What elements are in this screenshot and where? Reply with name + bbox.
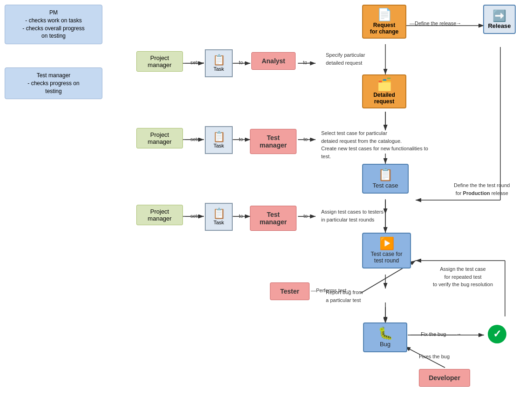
tcr-label: Test case fortest round bbox=[367, 251, 406, 264]
tm-sidebar-box: Test manager - checks progress on testin… bbox=[5, 67, 102, 99]
analyst-label: Analyst bbox=[262, 57, 285, 65]
analyst-box: Analyst bbox=[251, 52, 296, 70]
tm-row3-label: Testmanager bbox=[260, 211, 287, 226]
task-row3: 📋 Task bbox=[205, 203, 233, 231]
pm-row1-label: Projectmanager bbox=[148, 54, 171, 68]
specify-desc: Specify particulardetailed request bbox=[326, 51, 365, 67]
report-bug-desc: Report bug froma particular test bbox=[326, 289, 363, 304]
sets-arrow-row3: —sets→ bbox=[185, 213, 205, 219]
fix-bug-label: ——Fix the bug——→ bbox=[411, 331, 461, 337]
to-arrow-analyst: —to→ bbox=[298, 60, 312, 65]
sets-arrow-row1: —sets→ bbox=[185, 60, 205, 65]
task-label-row3: Task bbox=[214, 220, 224, 225]
to-arrow-row3a: —to→ bbox=[234, 213, 248, 219]
dr-label: Detailedrequest bbox=[366, 92, 403, 105]
select-testcase-desc: Select test case for particulardetaied r… bbox=[321, 129, 433, 160]
pm-sidebar-box: PM - checks work on tasks - checks overa… bbox=[5, 5, 102, 44]
task-label-row2: Task bbox=[214, 143, 224, 148]
developer-label: Developer bbox=[429, 374, 460, 382]
task-icon-row3: 📋 bbox=[213, 208, 225, 219]
tc-icon: 📋 bbox=[367, 168, 404, 181]
define-test-round-desc: Define the the test roundfor Production … bbox=[454, 181, 510, 197]
tm-sidebar-text: Test manager - checks progress on testin… bbox=[27, 72, 79, 94]
bug-icon: 🐛 bbox=[368, 327, 403, 339]
task-label-row1: Task bbox=[214, 66, 224, 72]
task-row2: 📋 Task bbox=[205, 126, 233, 154]
checkmark: ✓ bbox=[488, 325, 506, 343]
project-manager-row3: Projectmanager bbox=[136, 205, 183, 225]
release-label: Release bbox=[488, 22, 511, 29]
to-arrow-row2b: —to→ bbox=[298, 136, 313, 142]
rfc-icon: 📄 bbox=[366, 8, 403, 20]
test-manager-row2: Testmanager bbox=[250, 129, 296, 154]
tm-row2-label: Testmanager bbox=[260, 134, 287, 149]
assign-repeated-desc: Assign the test casefor repeated testto … bbox=[433, 265, 493, 289]
test-case-box: 📋 Test case bbox=[362, 164, 409, 194]
pm-row2-label: Projectmanager bbox=[148, 131, 171, 145]
tester-box: Tester bbox=[270, 282, 310, 300]
pm-sidebar-text: PM - checks work on tasks - checks overa… bbox=[22, 9, 84, 39]
to-arrow-row2a: —to→ bbox=[234, 136, 248, 142]
test-manager-row3: Testmanager bbox=[250, 206, 296, 231]
to-arrow-row1: —to→ bbox=[234, 60, 248, 65]
task-row1: 📋 Task bbox=[205, 49, 233, 77]
detailed-request-box: 🗂️ Detailedrequest bbox=[362, 74, 406, 108]
to-arrow-row3b: —to→ bbox=[298, 213, 313, 219]
sets-arrow-row2: —sets→ bbox=[185, 136, 205, 142]
tc-label: Test case bbox=[367, 182, 404, 189]
release-icon: ➡️ bbox=[488, 9, 511, 22]
test-case-round-box: ▶️ Test case fortest round bbox=[362, 233, 411, 268]
fixes-bug-desc: Fixes the bug bbox=[419, 353, 450, 361]
rfc-label: Requestfor change bbox=[366, 22, 403, 35]
pm-row3-label: Projectmanager bbox=[148, 208, 171, 222]
task-icon-row1: 📋 bbox=[213, 55, 225, 65]
tester-label: Tester bbox=[280, 288, 299, 295]
dr-icon: 🗂️ bbox=[366, 78, 403, 90]
bug-box: 🐛 Bug bbox=[363, 322, 407, 352]
task-icon-row2: 📋 bbox=[213, 132, 225, 142]
developer-box: Developer bbox=[419, 369, 470, 387]
check-icon: ✓ bbox=[493, 328, 501, 340]
request-for-change-box: 📄 Requestfor change bbox=[362, 5, 406, 39]
project-manager-row1: Projectmanager bbox=[136, 51, 183, 72]
bug-label: Bug bbox=[368, 341, 403, 348]
tcr-icon: ▶️ bbox=[367, 237, 406, 249]
release-box: ➡️ Release bbox=[483, 5, 516, 34]
define-release-label: —Define the release→ bbox=[410, 20, 461, 26]
assign-testers-desc: Assign test cases to testersin particula… bbox=[321, 208, 384, 223]
diagram-container: PM - checks work on tasks - checks overa… bbox=[0, 0, 532, 396]
project-manager-row2: Projectmanager bbox=[136, 128, 183, 148]
